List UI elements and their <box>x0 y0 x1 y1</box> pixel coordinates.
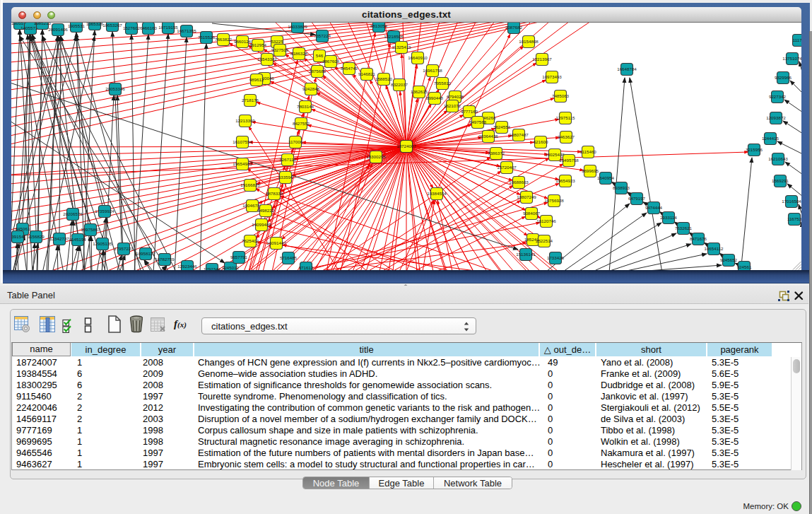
svg-text:8186328: 8186328 <box>290 51 308 56</box>
svg-text:3215956: 3215956 <box>746 147 763 152</box>
svg-text:6466160: 6466160 <box>140 25 158 30</box>
svg-text:16107554: 16107554 <box>233 139 252 144</box>
svg-text:1244415: 1244415 <box>762 136 779 141</box>
svg-text:16671355: 16671355 <box>177 28 196 33</box>
svg-text:8878334: 8878334 <box>266 191 283 196</box>
svg-text:19384554: 19384554 <box>427 191 447 196</box>
svg-text:7632621: 7632621 <box>675 226 693 230</box>
svg-text:20053346: 20053346 <box>105 86 125 91</box>
svg-text:1145194: 1145194 <box>69 237 86 242</box>
svg-text:117006: 117006 <box>288 139 303 144</box>
svg-text:533594: 533594 <box>278 175 293 180</box>
svg-text:1640954: 1640954 <box>597 175 615 180</box>
svg-text:17359924: 17359924 <box>95 209 114 214</box>
svg-text:10756928: 10756928 <box>544 198 564 203</box>
svg-text:9498222: 9498222 <box>257 208 275 213</box>
svg-text:16210643: 16210643 <box>768 156 788 161</box>
svg-text:7625402: 7625402 <box>242 238 259 243</box>
svg-text:16961758: 16961758 <box>423 68 442 73</box>
svg-text:7485063: 7485063 <box>552 93 570 98</box>
svg-text:3875685: 3875685 <box>309 69 326 74</box>
svg-text:2867608: 2867608 <box>322 59 340 64</box>
svg-text:924561: 924561 <box>737 264 752 269</box>
svg-text:7803144: 7803144 <box>297 104 314 109</box>
svg-text:9227342: 9227342 <box>769 94 787 99</box>
svg-text:39154: 39154 <box>11 234 24 239</box>
svg-text:1985213: 1985213 <box>34 23 52 25</box>
svg-text:9146821: 9146821 <box>358 71 376 76</box>
svg-text:2522514: 2522514 <box>536 238 553 243</box>
svg-text:1362615: 1362615 <box>411 89 428 94</box>
svg-text:9084067: 9084067 <box>523 211 541 216</box>
svg-text:12905135: 12905135 <box>93 241 112 246</box>
svg-text:10973493: 10973493 <box>542 74 562 79</box>
svg-text:17957223: 17957223 <box>114 246 134 251</box>
svg-text:17016504: 17016504 <box>782 199 801 204</box>
svg-text:15720407: 15720407 <box>497 165 517 170</box>
svg-text:16091447: 16091447 <box>266 240 286 245</box>
svg-text:6497568: 6497568 <box>469 119 487 124</box>
svg-text:9463627: 9463627 <box>558 134 575 139</box>
svg-text:116753: 116753 <box>787 216 801 221</box>
svg-text:8322037: 8322037 <box>391 82 408 87</box>
svg-text:12342737: 12342737 <box>49 236 69 241</box>
svg-text:7386372: 7386372 <box>488 151 505 156</box>
svg-text:10654112: 10654112 <box>704 246 724 251</box>
svg-text:1065326: 1065326 <box>86 23 104 26</box>
svg-text:971612: 971612 <box>299 265 314 270</box>
svg-text:15136141: 15136141 <box>516 252 536 257</box>
svg-text:9242848: 9242848 <box>302 86 320 91</box>
svg-text:8912954: 8912954 <box>249 42 267 47</box>
svg-text:19166825: 19166825 <box>240 182 260 187</box>
svg-text:7357224: 7357224 <box>314 33 331 38</box>
svg-text:1527602: 1527602 <box>123 25 141 30</box>
svg-text:13751074: 13751074 <box>782 56 801 61</box>
svg-text:1292344: 1292344 <box>204 267 221 270</box>
svg-text:18300295: 18300295 <box>366 154 386 159</box>
svg-text:10975867: 10975867 <box>81 227 100 232</box>
svg-text:1905531: 1905531 <box>68 23 86 28</box>
svg-text:20364436: 20364436 <box>478 134 498 139</box>
svg-text:3267110: 3267110 <box>279 157 296 162</box>
svg-text:8813054: 8813054 <box>370 23 388 28</box>
svg-text:10653267: 10653267 <box>102 23 122 28</box>
svg-text:19654923: 19654923 <box>555 178 575 183</box>
svg-text:10025438: 10025438 <box>545 152 565 157</box>
svg-text:18807249: 18807249 <box>517 194 536 199</box>
svg-text:9115460: 9115460 <box>579 149 596 154</box>
svg-text:12975115: 12975115 <box>555 115 575 120</box>
svg-text:9245652: 9245652 <box>720 257 738 262</box>
svg-text:2933114: 2933114 <box>660 215 677 220</box>
svg-text:10688603: 10688603 <box>509 180 529 185</box>
svg-text:9474444: 9474444 <box>645 205 663 210</box>
svg-text:13218506: 13218506 <box>384 34 404 39</box>
svg-text:16640910: 16640910 <box>408 55 428 60</box>
svg-text:8990448: 8990448 <box>426 95 444 100</box>
svg-text:8471676: 8471676 <box>690 236 707 241</box>
svg-text:9660124: 9660124 <box>234 39 252 44</box>
svg-text:6794028: 6794028 <box>447 94 464 99</box>
svg-text:12093872: 12093872 <box>766 115 786 120</box>
svg-text:11172: 11172 <box>793 37 801 42</box>
svg-text:10154808: 10154808 <box>519 39 539 44</box>
svg-text:546: 546 <box>316 53 324 58</box>
svg-text:16033809: 16033809 <box>288 24 307 29</box>
svg-text:16648784: 16648784 <box>617 66 637 71</box>
svg-text:1733426: 1733426 <box>547 255 565 260</box>
svg-text:16543382: 16543382 <box>257 57 277 62</box>
svg-text:2718176: 2718176 <box>242 98 259 103</box>
svg-text:6479197: 6479197 <box>628 196 646 201</box>
svg-text:12213369: 12213369 <box>235 118 255 123</box>
svg-text:1569291: 1569291 <box>772 178 789 183</box>
svg-text:14099489: 14099489 <box>252 222 271 227</box>
svg-text:8427552: 8427552 <box>293 121 310 126</box>
svg-text:11325419: 11325419 <box>392 45 411 49</box>
svg-text:12923446: 12923446 <box>177 264 197 269</box>
svg-text:19654983: 19654983 <box>233 161 252 166</box>
svg-text:9245012: 9245012 <box>222 265 240 270</box>
svg-text:10958127: 10958127 <box>136 251 155 256</box>
svg-text:7663822: 7663822 <box>215 37 233 42</box>
svg-text:3624554: 3624554 <box>493 124 511 129</box>
svg-text:16782759: 16782759 <box>155 257 175 262</box>
svg-text:9327509: 9327509 <box>271 47 289 52</box>
